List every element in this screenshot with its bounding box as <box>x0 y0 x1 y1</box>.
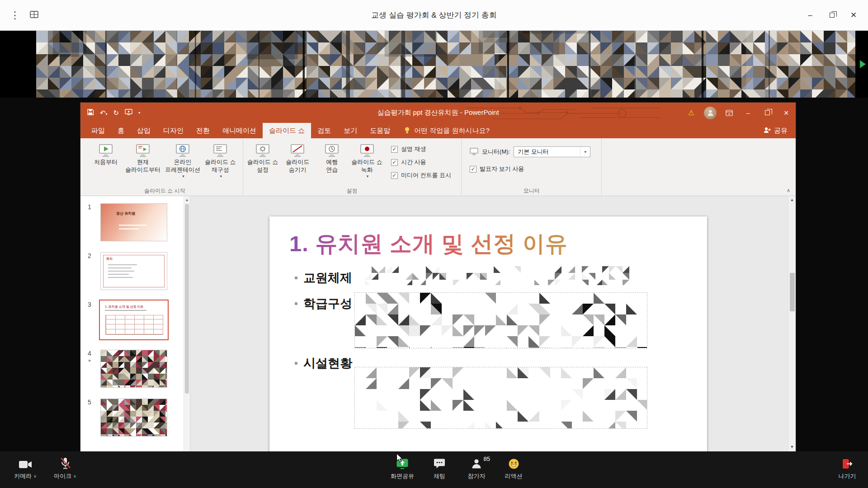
slide-thumbnail-5[interactable] <box>100 399 167 436</box>
slide-thumbnail-4[interactable] <box>100 350 167 388</box>
tab-slideshow[interactable]: 슬라이드 쇼 <box>263 123 311 138</box>
dropdown-arrow-icon: ▾ <box>166 174 200 179</box>
slide-thumbnail-1[interactable]: 경산 유치원 <box>100 203 167 241</box>
slide-row-2: 2 목차 <box>80 252 190 290</box>
slide-title: 1. 유치원 소개 및 선정 이유 <box>289 229 568 259</box>
bullet-marker <box>295 362 297 365</box>
dropdown-arrow-icon: ▾ <box>353 174 382 179</box>
group-start-slideshow: 처음부터 현재슬라이드부터 온라인프레젠테이션▾ <box>87 138 243 196</box>
camera-icon <box>19 457 32 469</box>
hide-slide-button[interactable]: 슬라이드숨기기 <box>280 139 315 174</box>
record-slideshow-button[interactable]: 슬라이드 쇼녹화▾ <box>349 139 385 179</box>
panel-scroll-thumb[interactable] <box>185 204 189 394</box>
tab-home[interactable]: 홈 <box>111 123 131 138</box>
ppt-scrollbar[interactable]: ▲ ▼ <box>788 196 796 451</box>
tab-animations[interactable]: 애니메이션 <box>216 123 263 138</box>
from-current-slide-button[interactable]: 현재슬라이드부터 <box>123 139 163 174</box>
window-minimize-button[interactable]: – <box>799 0 821 30</box>
checkbox-checked-icon: ✓ <box>391 172 398 179</box>
chevron-down-icon[interactable]: ∨ <box>73 474 76 479</box>
restore-icon <box>830 13 835 18</box>
avatar <box>704 107 717 119</box>
powerpoint-window: ↶▾ ↻ ▾ 실습평가회 ppt 경산유치원 - PowerPoint ⚠ <box>80 103 796 451</box>
leave-button[interactable]: 나가기 <box>833 457 862 480</box>
bullet-facilities: 시설현황 <box>295 355 352 371</box>
reactions-button[interactable]: 리액션 <box>499 457 528 480</box>
ppt-close-button[interactable]: ✕ <box>777 103 796 123</box>
panel-scroll-up-icon[interactable]: ▲ <box>184 196 190 203</box>
chat-icon <box>434 457 445 469</box>
meeting-control-bar: 카메라∨ 마이크∨ 화면공유 채팅 <box>0 451 868 488</box>
rehearse-timings-icon <box>324 142 340 159</box>
current-slide[interactable]: 1. 유치원 소개 및 선정 이유 교원체제 학급구성 시설현황 <box>269 216 707 451</box>
chevron-down-icon[interactable]: ∨ <box>33 474 37 479</box>
scroll-up-icon[interactable]: ▲ <box>788 197 796 202</box>
present-online-button[interactable]: 온라인프레젠테이션▾ <box>163 139 203 179</box>
mic-muted-icon <box>60 457 71 469</box>
window-close-button[interactable]: ✕ <box>843 0 864 30</box>
ppt-restore-button[interactable] <box>758 103 777 123</box>
tab-transitions[interactable]: 전환 <box>190 123 216 138</box>
from-beginning-button[interactable]: 처음부터 <box>89 139 123 166</box>
tab-help[interactable]: 도움말 <box>363 123 396 138</box>
setup-slideshow-button[interactable]: 슬라이드 쇼설정 <box>245 139 281 174</box>
thumb4-mosaic <box>101 350 167 388</box>
panel-scrollbar[interactable]: ▲ <box>184 196 190 451</box>
start-slideshow-icon[interactable] <box>125 109 132 117</box>
tab-file[interactable]: 파일 <box>85 123 111 138</box>
group-setup: 슬라이드 쇼설정 슬라이드숨기기 예행연습 <box>243 138 462 196</box>
scroll-thumb[interactable] <box>790 273 795 311</box>
undo-button[interactable]: ↶▾ <box>100 109 108 117</box>
group-label-setup: 설정 <box>243 187 461 195</box>
account-avatar[interactable] <box>701 103 720 123</box>
collapse-ribbon-icon[interactable]: ∧ <box>787 188 790 193</box>
monitor-select-arrow-icon[interactable]: ▾ <box>580 147 590 157</box>
next-videos-arrow-icon[interactable] <box>860 60 866 68</box>
undo-icon: ↶ <box>100 109 106 117</box>
camera-button[interactable]: 카메라∨ <box>11 457 40 480</box>
share-button[interactable]: 공유 <box>764 123 788 138</box>
thumb2-line <box>108 277 133 278</box>
ppt-restore-icon <box>765 110 770 115</box>
screen: ⋮ 교생 실습 평가회 & 상반기 정기 총회 – ✕ <box>0 0 868 488</box>
chat-button[interactable]: 채팅 <box>425 457 454 480</box>
warning-icon[interactable]: ⚠ <box>682 103 701 123</box>
slide-thumbnail-3-selected[interactable]: 1. 유치원 소개 및 선정 이유 <box>100 301 167 339</box>
monitor-select[interactable]: 기본 모니터 ▾ <box>514 146 590 157</box>
tab-view[interactable]: 보기 <box>337 123 363 138</box>
bullet-classes: 학급구성 <box>295 296 352 312</box>
group-label-start: 슬라이드 쇼 시작 <box>87 187 243 195</box>
checkbox-checked-icon: ✓ <box>470 166 476 173</box>
pixelated-table-1 <box>354 292 647 348</box>
mic-button[interactable]: 마이크∨ <box>51 457 80 480</box>
participants-button[interactable]: 85 참가자 <box>462 457 491 480</box>
customize-qat-icon[interactable]: ▾ <box>138 111 140 115</box>
slide-number: 4 <box>88 350 100 357</box>
redo-icon[interactable]: ↻ <box>113 109 119 116</box>
tab-design[interactable]: 디자인 <box>157 123 190 138</box>
rehearse-timings-button[interactable]: 예행연습 <box>315 139 349 174</box>
group-monitors: 모니터(M): 기본 모니터 ▾ ✓ 발표자 보기 사용 모니터 <box>462 138 602 196</box>
window-restore-button[interactable] <box>821 0 843 30</box>
ppt-minimize-button[interactable]: – <box>739 103 758 123</box>
ribbon-display-options-icon[interactable] <box>720 103 739 123</box>
thumb1-line <box>119 228 139 230</box>
quick-access-toolbar: ↶▾ ↻ ▾ <box>80 108 140 117</box>
tab-insert[interactable]: 삽입 <box>131 123 157 138</box>
use-presenter-view-checkbox[interactable]: ✓ 발표자 보기 사용 <box>470 165 590 173</box>
custom-slideshow-button[interactable]: 슬라이드 쇼재구성▾ <box>203 139 238 179</box>
show-media-controls-checkbox[interactable]: ✓ 미디어 컨트롤 표시 <box>391 171 451 179</box>
slide-number: 2 <box>88 252 100 259</box>
save-icon[interactable] <box>87 108 94 117</box>
thumb3-subtitle-line <box>105 310 146 311</box>
use-timings-checkbox[interactable]: ✓ 시간 사용 <box>391 158 451 166</box>
group-label-monitors: 모니터 <box>462 187 601 195</box>
tab-review[interactable]: 검토 <box>311 123 337 138</box>
participants-count: 85 <box>484 455 490 462</box>
monitor-select-value: 기본 모니터 <box>514 148 580 156</box>
scroll-down-icon[interactable]: ▼ <box>788 445 796 449</box>
bullet-teachers: 교원체제 <box>295 270 352 286</box>
play-narrations-checkbox[interactable]: ✓ 설명 재생 <box>391 145 451 153</box>
tell-me-search[interactable]: 어떤 작업을 원하시나요? <box>404 123 490 138</box>
slide-thumbnail-2[interactable]: 목차 <box>100 252 167 290</box>
